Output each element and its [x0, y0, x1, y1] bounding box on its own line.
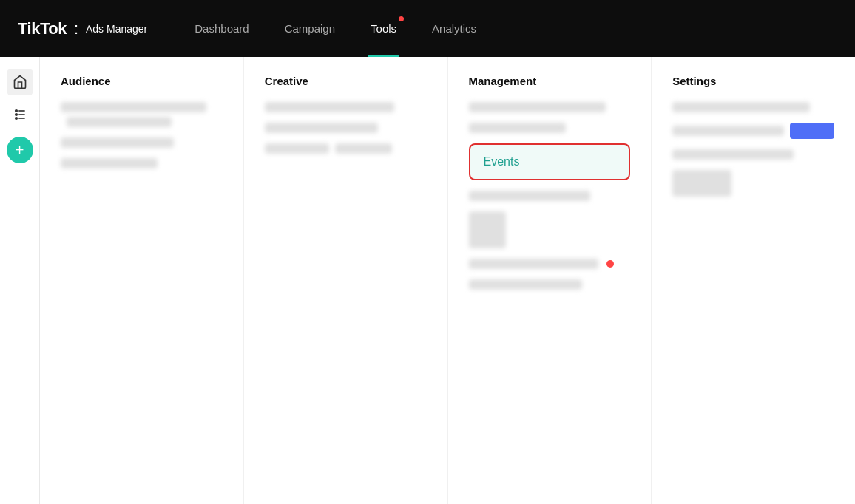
- tools-dropdown-menu: Audience Creative Management Events: [40, 57, 855, 504]
- top-navigation: TikTok : Ads Manager Dashboard Campaign …: [0, 0, 855, 57]
- settings-item-2[interactable]: [672, 126, 784, 136]
- management-title: Management: [469, 75, 631, 87]
- creative-item-2[interactable]: [265, 123, 378, 133]
- settings-title: Settings: [672, 75, 834, 87]
- management-item-5[interactable]: [469, 211, 506, 248]
- sidebar-home-icon[interactable]: [7, 69, 33, 95]
- events-label: Events: [484, 155, 520, 168]
- settings-item-1[interactable]: [672, 102, 810, 112]
- audience-item-1-sub: [67, 117, 172, 127]
- svg-point-0: [15, 110, 17, 112]
- nav-analytics[interactable]: Analytics: [429, 0, 479, 57]
- creative-title: Creative: [265, 75, 427, 87]
- svg-point-2: [15, 118, 17, 120]
- creative-item-3b[interactable]: [335, 143, 392, 154]
- audience-item-1[interactable]: [61, 102, 206, 112]
- management-item-1[interactable]: [469, 102, 606, 112]
- tools-notification-dot: [399, 16, 404, 21]
- sidebar-list-icon[interactable]: [7, 101, 33, 128]
- nav-items: Dashboard Campaign Tools Analytics: [192, 0, 837, 57]
- management-item-2[interactable]: [469, 123, 566, 133]
- creative-column: Creative: [244, 57, 448, 504]
- audience-item-2[interactable]: [61, 137, 174, 148]
- management-item-4[interactable]: [469, 191, 590, 201]
- sidebar: +: [0, 57, 40, 504]
- nav-dashboard[interactable]: Dashboard: [192, 0, 251, 57]
- creative-item-1[interactable]: [265, 102, 394, 112]
- management-item-6[interactable]: [469, 259, 598, 269]
- audience-column: Audience: [40, 57, 244, 504]
- logo-tiktok: TikTok: [18, 19, 67, 38]
- creative-item-row: [265, 143, 427, 154]
- sidebar-add-button[interactable]: +: [7, 137, 33, 163]
- management-red-badge: [606, 260, 614, 268]
- logo: TikTok : Ads Manager: [18, 19, 147, 38]
- logo-separator: :: [74, 19, 78, 38]
- management-column: Management Events: [448, 57, 652, 504]
- settings-column: Settings: [652, 57, 855, 504]
- management-item-7[interactable]: [469, 279, 582, 290]
- management-item-6-wrap: [469, 259, 631, 269]
- nav-campaign[interactable]: Campaign: [282, 0, 338, 57]
- settings-item-2-row: [672, 123, 834, 139]
- settings-item-4[interactable]: [672, 170, 731, 197]
- audience-title: Audience: [61, 75, 223, 87]
- audience-item-3[interactable]: [61, 158, 158, 168]
- settings-blue-badge: [790, 123, 834, 139]
- svg-point-1: [15, 114, 17, 116]
- settings-item-3[interactable]: [672, 149, 794, 160]
- nav-tools[interactable]: Tools: [368, 0, 399, 57]
- creative-item-3a[interactable]: [265, 143, 330, 154]
- logo-adsmanager: Ads Manager: [86, 23, 147, 35]
- events-menu-item[interactable]: Events: [469, 143, 631, 180]
